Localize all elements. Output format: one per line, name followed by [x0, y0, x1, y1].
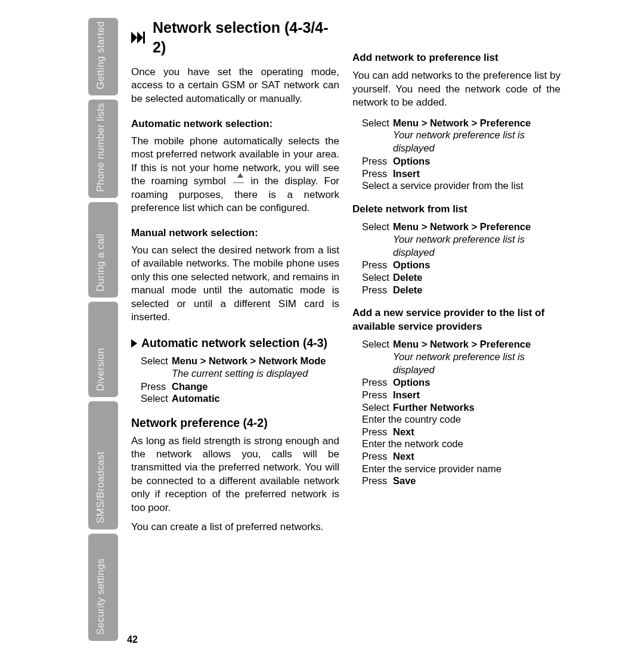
tab-label: During a call [95, 234, 107, 292]
pref-body2: You can create a list of preferred netwo… [131, 521, 339, 534]
step-plain: Enter the service provider name [362, 463, 561, 475]
step-value: Automatic [172, 392, 220, 405]
step-row: SelectMenu > Network > Preference [362, 338, 561, 351]
step-row: PressInsert [362, 168, 561, 180]
auto43-heading: Automatic network selection (4-3) [131, 336, 339, 351]
tab-security-settings[interactable]: Security settings [88, 534, 118, 641]
step-row: PressOptions [362, 259, 561, 271]
step-action: Select [141, 392, 172, 405]
page-content: Network selection (4-3/4-2) Once you hav… [131, 18, 561, 546]
step-value: Next [393, 426, 414, 438]
step-value: Next [393, 450, 414, 463]
step-value: Delete [393, 284, 423, 296]
step-row: PressNext [362, 426, 561, 438]
step-plain: Select a service provider from the list [362, 179, 561, 192]
addprov-heading: Add a new service provider to the list o… [352, 306, 561, 333]
column-right: Add network to preference list You can a… [352, 18, 561, 546]
step-action: Select [362, 338, 393, 351]
auto-heading: Automatic network selection: [131, 117, 339, 131]
tab-label: Getting started [95, 21, 107, 89]
step-row: SelectFurther Networks [362, 401, 561, 414]
tab-label: Diversion [95, 348, 107, 391]
step-row: PressInsert [362, 389, 561, 401]
column-left: Network selection (4-3/4-2) Once you hav… [131, 18, 339, 546]
step-row: SelectMenu > Network > Preference [362, 221, 561, 233]
step-value: Menu > Network > Preference [393, 221, 531, 233]
pref-heading: Network preference (4-2) [131, 416, 339, 431]
step-action: Select [362, 401, 393, 414]
step-value: Further Networks [393, 401, 475, 414]
auto-body: The mobile phone automatically selects t… [131, 135, 339, 215]
step-action: Press [362, 155, 393, 168]
step-value: Menu > Network > Preference [393, 338, 531, 351]
step-action: Press [362, 284, 393, 296]
add-body: You can add networks to the preference l… [352, 69, 561, 109]
step-action: Press [362, 168, 393, 180]
manual-heading: Manual network selection: [131, 227, 339, 240]
addprov-steps: SelectMenu > Network > PreferenceYour ne… [352, 338, 561, 487]
tab-phone-number-lists[interactable]: Phone number lists [88, 100, 118, 198]
step-value: Insert [393, 389, 420, 401]
roaming-icon [233, 175, 244, 183]
tab-diversion[interactable]: Diversion [88, 302, 118, 397]
step-note: Your network preference list is displaye… [362, 351, 561, 377]
step-action: Select [141, 355, 172, 367]
step-row: SelectAutomatic [141, 392, 339, 405]
step-row: PressOptions [362, 155, 561, 168]
add-steps: SelectMenu > Network > PreferenceYour ne… [352, 117, 561, 192]
step-value: Delete [393, 271, 423, 284]
step-row: PressDelete [362, 284, 561, 296]
step-action: Press [362, 450, 393, 463]
step-action: Press [362, 389, 393, 401]
tab-getting-started[interactable]: Getting started [88, 18, 118, 95]
page-title: Network selection (4-3/4-2) [131, 18, 339, 57]
step-row: PressSave [362, 475, 561, 487]
fast-forward-icon [131, 32, 145, 44]
auto43-steps: SelectMenu > Network > Network ModeThe c… [131, 355, 339, 405]
step-action: Select [362, 271, 393, 284]
tab-sms-broadcast[interactable]: SMS/Broadcast [88, 401, 118, 529]
page-number: 42 [127, 634, 138, 645]
step-value: Options [393, 259, 430, 271]
tab-label: Phone number lists [95, 103, 107, 192]
step-value: Options [393, 376, 430, 389]
step-note: Your network preference list is displaye… [362, 129, 561, 155]
step-note: The current setting is displayed [141, 367, 339, 380]
step-value: Save [393, 475, 416, 487]
step-plain: Enter the country code [362, 413, 561, 426]
step-action: Press [362, 475, 393, 487]
manual-page: Getting started Phone number lists Durin… [0, 0, 644, 666]
step-value: Options [393, 155, 430, 168]
manual-body: You can select the desired network from … [131, 244, 339, 324]
step-value: Menu > Network > Network Mode [172, 355, 326, 367]
delete-heading: Delete network from list [352, 203, 561, 216]
delete-steps: SelectMenu > Network > PreferenceYour ne… [352, 221, 561, 296]
step-action: Press [362, 376, 393, 389]
step-value: Menu > Network > Preference [393, 117, 531, 129]
tab-during-a-call[interactable]: During a call [88, 202, 118, 298]
section-tabs: Getting started Phone number lists Durin… [88, 18, 118, 647]
step-row: PressOptions [362, 376, 561, 389]
step-row: PressChange [141, 380, 339, 393]
step-row: SelectMenu > Network > Network Mode [141, 355, 339, 367]
step-action: Select [362, 221, 393, 233]
title-text: Network selection (4-3/4-2) [153, 18, 339, 57]
step-value: Change [172, 380, 208, 393]
tab-label: Security settings [95, 559, 107, 635]
tab-label: SMS/Broadcast [95, 451, 107, 523]
auto43-title: Automatic network selection (4-3) [141, 336, 327, 351]
add-heading: Add network to preference list [352, 51, 561, 64]
step-row: SelectDelete [362, 271, 561, 284]
triangle-icon [131, 339, 137, 348]
step-note: Your network preference list is displaye… [362, 233, 561, 259]
step-row: PressNext [362, 450, 561, 463]
step-action: Press [362, 426, 393, 438]
pref-body1: As long as field strength is strong enou… [131, 435, 339, 515]
step-action: Select [362, 117, 393, 129]
step-value: Insert [393, 168, 420, 180]
svg-rect-0 [143, 32, 145, 44]
step-action: Press [141, 380, 172, 393]
step-plain: Enter the network code [362, 438, 561, 450]
step-action: Press [362, 259, 393, 271]
intro-text: Once you have set the operating mode, ac… [131, 66, 339, 106]
